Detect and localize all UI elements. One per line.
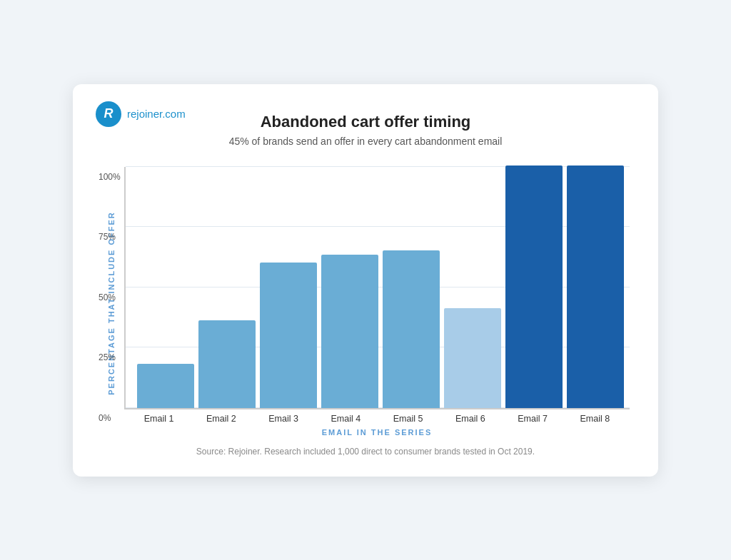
bar-4 [321,255,378,407]
bar-5 [383,250,440,408]
x-axis-title: EMAIL IN THE SERIES [124,428,630,437]
x-label-4: Email 4 [317,414,375,424]
x-label-6: Email 6 [441,414,499,424]
bar-group-8 [567,166,624,408]
chart-subtitle: 45% of brands send an offer in every car… [101,136,630,147]
x-label-7: Email 7 [504,414,562,424]
bar-8 [567,166,624,408]
x-label-5: Email 5 [379,414,437,424]
x-label-8: Email 8 [566,414,624,424]
bar-7 [505,166,563,408]
bar-3 [260,263,317,408]
bar-1 [137,364,194,407]
y-axis-label: PERCENTAGE THAT INCLUDE OFFER [107,211,116,394]
x-axis-labels: Email 1Email 2Email 3Email 4Email 5Email… [124,409,630,424]
logo-container: R rejoiner.com [96,101,186,127]
logo-icon: R [96,101,121,127]
y-axis-label-container: PERCENTAGE THAT INCLUDE OFFER [101,167,121,439]
bar-group-2 [198,320,256,407]
bar-2 [198,320,256,407]
bar-group-7 [505,166,563,408]
source-text: Source: Rejoiner. Research included 1,00… [101,447,630,457]
bar-group-5 [383,250,440,408]
bar-group-4 [321,255,378,407]
bar-group-6 [444,308,501,407]
bar-6 [444,308,501,407]
x-label-2: Email 2 [192,414,250,424]
chart-card: R rejoiner.com Abandoned cart offer timi… [73,84,658,477]
chart-area: PERCENTAGE THAT INCLUDE OFFER 0% 25% 50% [101,167,630,439]
bars-container [131,167,630,408]
logo-domain: rejoiner.com [127,108,186,120]
x-label-1: Email 1 [130,414,188,424]
bar-group-3 [260,263,317,408]
chart-plot: 0% 25% 50% 75% 100% [124,167,630,409]
chart-inner: 0% 25% 50% 75% 100% [124,167,630,439]
bar-group-1 [137,364,194,407]
x-label-3: Email 3 [255,414,313,424]
